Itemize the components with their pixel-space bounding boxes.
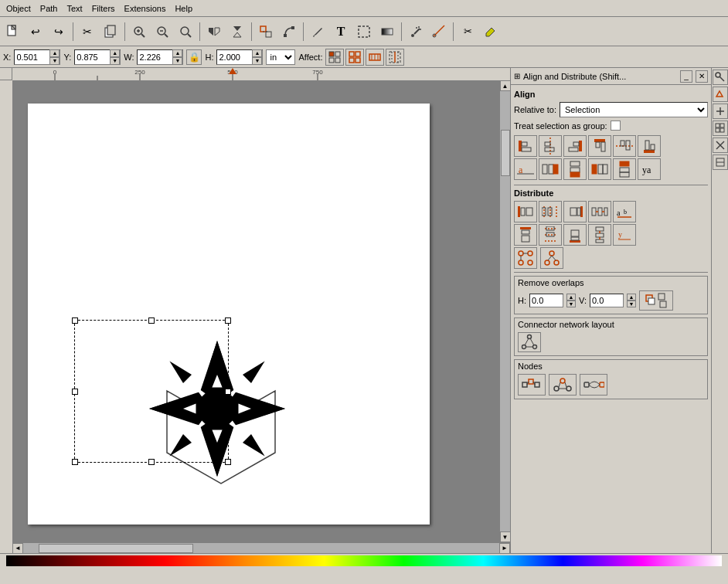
w-input[interactable]	[138, 53, 172, 62]
v-overlap-spin-down[interactable]: ▼	[627, 300, 636, 307]
hscroll[interactable]: ◄ ►	[0, 542, 510, 553]
vscroll-track[interactable]	[500, 91, 511, 531]
dist-equal-h-btn[interactable]	[588, 201, 611, 222]
far-right-btn-3[interactable]	[713, 104, 728, 119]
align-right-edge-btn[interactable]	[563, 135, 587, 157]
zoom-out-button[interactable]	[151, 21, 173, 42]
measure-button[interactable]	[428, 21, 450, 42]
h-spinner[interactable]: ▲ ▼	[252, 49, 262, 65]
dist-equal-v-btn[interactable]	[588, 224, 611, 246]
y-spinner[interactable]: ▲ ▼	[110, 49, 120, 65]
menu-object[interactable]: Object	[2, 2, 36, 15]
align-top-edge-btn[interactable]	[588, 135, 611, 157]
align-last-h-btn[interactable]	[588, 158, 611, 180]
menu-filters[interactable]: Filters	[87, 2, 120, 15]
y-spin-up[interactable]: ▲	[110, 49, 120, 57]
hscroll-left-btn[interactable]: ◄	[12, 543, 23, 554]
treat-checkbox[interactable]	[611, 121, 621, 131]
dist-baseline-btn[interactable]: ab	[613, 201, 636, 222]
h-overlap-spinner[interactable]: ▲ ▼	[566, 294, 576, 307]
connector-network-btn[interactable]	[518, 332, 541, 352]
far-right-btn-2[interactable]	[713, 87, 728, 102]
x-spin-up[interactable]: ▲	[49, 49, 60, 57]
h-overlap-input[interactable]	[529, 294, 563, 307]
far-right-btn-1[interactable]	[713, 70, 728, 85]
v-overlap-value[interactable]	[590, 296, 623, 305]
text-button[interactable]: T	[330, 21, 352, 42]
transform-button[interactable]	[255, 21, 277, 42]
vscroll-thumb[interactable]	[501, 130, 510, 176]
menu-text[interactable]: Text	[62, 2, 87, 15]
menu-help[interactable]: Help	[170, 2, 197, 15]
fill-button[interactable]	[353, 21, 375, 42]
w-spin-down[interactable]: ▼	[172, 57, 182, 65]
affect-btn-2[interactable]	[345, 49, 364, 66]
dist-graph-btn[interactable]	[514, 247, 537, 269]
zoom-fit-button[interactable]	[175, 21, 196, 42]
align-text-btn[interactable]: ya	[638, 158, 661, 180]
h-input-group[interactable]: ▲ ▼	[216, 49, 263, 65]
dist-top-btn[interactable]	[514, 224, 537, 246]
v-overlap-spinner[interactable]: ▲ ▼	[627, 294, 636, 307]
dist-center-v-btn[interactable]	[539, 224, 562, 246]
w-input-group[interactable]: ▲ ▼	[137, 49, 183, 65]
node-btn-1[interactable]	[518, 374, 546, 396]
relative-to-select[interactable]: Selection First selected Last selected B…	[560, 102, 708, 117]
x-spinner[interactable]: ▲ ▼	[49, 49, 60, 65]
dist-left-btn[interactable]	[514, 201, 537, 222]
new-button[interactable]	[2, 21, 23, 42]
affect-btn-4[interactable]	[386, 49, 404, 66]
panel-minimize-btn[interactable]: _	[680, 70, 692, 83]
panel-close-btn[interactable]: ✕	[696, 70, 708, 83]
vscroll-up-btn[interactable]: ▲	[500, 80, 511, 91]
align-center-h-btn[interactable]	[613, 135, 636, 157]
align-bottom-edge-btn[interactable]	[638, 135, 661, 157]
h-overlap-spin-up[interactable]: ▲	[566, 294, 576, 300]
color-strip[interactable]	[6, 555, 722, 566]
dist-center-h-btn[interactable]	[539, 201, 562, 222]
far-right-btn-5[interactable]	[713, 138, 728, 153]
align-exchange-v-btn[interactable]	[563, 158, 587, 180]
dist-text-baseline-v-btn[interactable]: y	[613, 224, 636, 246]
affect-btn-3[interactable]	[366, 49, 384, 66]
hscroll-thumb[interactable]	[39, 544, 193, 553]
eye-dropper-button[interactable]	[480, 21, 502, 42]
hscroll-track[interactable]	[23, 543, 499, 554]
align-center-v-btn[interactable]	[539, 135, 562, 157]
affect-btn-1[interactable]	[325, 49, 344, 66]
x-spin-down[interactable]: ▼	[49, 57, 60, 65]
x-input-group[interactable]: ▲ ▼	[14, 49, 60, 65]
v-overlap-spin-up[interactable]: ▲	[627, 294, 636, 300]
cut-button[interactable]: ✂	[77, 21, 98, 42]
h-overlap-value[interactable]	[530, 296, 563, 305]
menu-path[interactable]: Path	[36, 2, 63, 15]
lock-button[interactable]: 🔒	[186, 49, 202, 65]
w-spinner[interactable]: ▲ ▼	[172, 49, 182, 65]
redo-button[interactable]: ↪	[48, 21, 70, 42]
y-spin-down[interactable]: ▼	[110, 57, 120, 65]
v-overlap-input[interactable]	[590, 294, 624, 307]
pen-button[interactable]	[307, 21, 328, 42]
cut2-button[interactable]: ✂	[457, 21, 478, 42]
gradient-button[interactable]	[376, 21, 398, 42]
dist-graph2-btn[interactable]	[540, 247, 563, 269]
node-btn-2[interactable]	[549, 374, 577, 396]
copy-button[interactable]	[100, 21, 121, 42]
dist-bottom-btn[interactable]	[563, 224, 587, 246]
remove-overlaps-btn[interactable]	[639, 290, 673, 311]
align-last-v-btn[interactable]	[613, 158, 636, 180]
menu-extensions[interactable]: Extensions	[120, 2, 171, 15]
h-spin-up[interactable]: ▲	[252, 49, 262, 57]
spray-button[interactable]	[405, 21, 427, 42]
vscroll-down-btn[interactable]: ▼	[500, 531, 511, 542]
flip-h-button[interactable]	[203, 21, 225, 42]
align-text-baseline-btn[interactable]: a	[514, 158, 537, 180]
far-right-btn-6[interactable]	[713, 154, 728, 170]
unit-select[interactable]: in px mm cm pt	[266, 49, 295, 65]
hscroll-right-btn[interactable]: ►	[499, 543, 510, 554]
y-input[interactable]	[75, 53, 110, 62]
canvas-page[interactable]	[28, 104, 430, 525]
dist-right-btn[interactable]	[563, 201, 587, 222]
x-input[interactable]	[15, 53, 49, 62]
w-spin-up[interactable]: ▲	[172, 49, 182, 57]
